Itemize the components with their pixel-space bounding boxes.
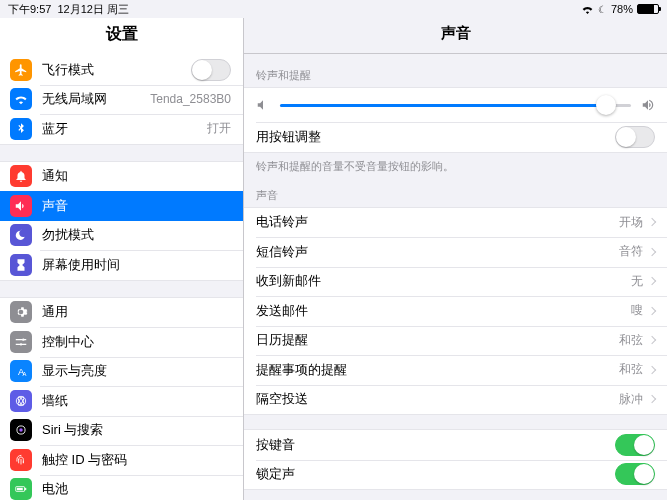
status-date: 12月12日 周三 [57,2,129,17]
svg-text:A: A [23,371,27,377]
switch-toggle[interactable] [615,434,655,456]
toggle-label: 锁定声 [256,465,615,483]
sound-value: 和弦 [619,332,643,349]
sound-row[interactable]: 短信铃声音符 [244,237,667,267]
sound-row[interactable]: 发送邮件嗖 [244,296,667,326]
sound-row[interactable]: 电话铃声开场 [244,208,667,238]
status-bar: 下午9:57 12月12日 周三 ☾ 78% [0,0,667,18]
toggles-card: 按键音锁定声 [244,429,667,490]
chevron-icon [648,218,656,226]
sidebar-item-label: 无线局域网 [42,90,150,108]
battery-icon [637,4,659,14]
siri-icon [10,419,32,441]
chevron-icon [648,277,656,285]
sidebar-item-sound[interactable]: 声音 [0,191,243,221]
change-with-buttons-label: 用按钮调整 [256,128,615,146]
sound-label: 收到新邮件 [256,272,631,290]
svg-rect-10 [25,488,26,490]
sidebar-item-label: 勿扰模式 [42,226,231,244]
svg-point-1 [20,343,22,345]
sidebar-item-wallpaper[interactable]: 墙纸 [0,386,243,416]
sounds-section-label: 声音 [244,174,667,207]
sounds-card: 电话铃声开场短信铃声音符收到新邮件无发送邮件嗖日历提醒和弦提醒事项的提醒和弦隔空… [244,207,667,416]
toggle-row[interactable]: 按键音 [244,430,667,460]
sidebar-item-value: Tenda_2583B0 [150,92,231,106]
svg-point-8 [19,429,23,433]
sound-value: 开场 [619,214,643,231]
svg-rect-11 [17,488,23,490]
sliders-icon [10,331,32,353]
moon-icon [10,224,32,246]
sidebar-item-battery[interactable]: 电池 [0,475,243,501]
sidebar-item-airplane[interactable]: 飞行模式 [0,55,243,85]
sidebar-item-label: 电池 [42,480,231,498]
sidebar-item-label: 声音 [42,197,231,215]
sound-row[interactable]: 日历提醒和弦 [244,326,667,356]
sidebar-item-siri[interactable]: Siri 与搜索 [0,416,243,446]
toggle-label: 按键音 [256,436,615,454]
moon-icon: ☾ [598,4,607,15]
sound-label: 隔空投送 [256,390,619,408]
sidebar-item-sliders[interactable]: 控制中心 [0,327,243,357]
sound-row[interactable]: 提醒事项的提醒和弦 [244,355,667,385]
sidebar-item-label: 触控 ID 与密码 [42,451,231,469]
sidebar-item-label: 蓝牙 [42,120,207,138]
sidebar-item-label: 通用 [42,303,231,321]
sidebar-item-label: 控制中心 [42,333,231,351]
chevron-icon [648,307,656,315]
toggle-row[interactable]: 锁定声 [244,460,667,490]
ringer-card: 用按钮调整 [244,87,667,153]
sidebar-item-label: 通知 [42,167,231,185]
sound-value: 无 [631,273,643,290]
chevron-icon [648,248,656,256]
switch-toggle[interactable] [615,463,655,485]
bluetooth-icon [10,118,32,140]
hourglass-icon [10,254,32,276]
airplane-toggle[interactable] [191,59,231,81]
detail-pane: 声音 铃声和提醒 用按钮调整 铃声和提醒的音量不受音量按钮的影响。 声音 电话铃… [244,18,667,500]
sound-value: 音符 [619,243,643,260]
sound-label: 提醒事项的提醒 [256,361,619,379]
sound-icon [10,195,32,217]
wallpaper-icon [10,390,32,412]
sound-label: 电话铃声 [256,213,619,231]
sidebar-item-label: 飞行模式 [42,61,191,79]
sidebar-item-label: 墙纸 [42,392,231,410]
sound-label: 发送邮件 [256,302,631,320]
sidebar-item-touchid[interactable]: 触控 ID 与密码 [0,445,243,475]
battery-pct: 78% [611,3,633,15]
chevron-icon [648,366,656,374]
sidebar-item-gear[interactable]: 通用 [0,298,243,328]
brightness-icon: AA [10,360,32,382]
sidebar-item-moon[interactable]: 勿扰模式 [0,221,243,251]
sidebar-title: 设置 [0,18,243,55]
sidebar-item-wifi[interactable]: 无线局域网Tenda_2583B0 [0,85,243,115]
volume-slider[interactable] [280,104,631,107]
ringer-section-label: 铃声和提醒 [244,54,667,87]
ringer-footnote: 铃声和提醒的音量不受音量按钮的影响。 [244,153,667,174]
sidebar-item-brightness[interactable]: AA显示与亮度 [0,357,243,387]
sidebar-item-bluetooth[interactable]: 蓝牙打开 [0,114,243,144]
wifi-icon [581,4,594,14]
sidebar-item-hourglass[interactable]: 屏幕使用时间 [0,250,243,280]
wifi-icon [10,88,32,110]
chevron-icon [648,395,656,403]
sound-row[interactable]: 隔空投送脉冲 [244,385,667,415]
status-time: 下午9:57 [8,2,51,17]
gear-icon [10,301,32,323]
sidebar-item-bell[interactable]: 通知 [0,162,243,192]
battery-icon [10,478,32,500]
sidebar-item-label: Siri 与搜索 [42,421,231,439]
bell-icon [10,165,32,187]
change-with-buttons-row[interactable]: 用按钮调整 [244,122,667,152]
airplane-icon [10,59,32,81]
svg-point-0 [22,338,24,340]
sound-row[interactable]: 收到新邮件无 [244,267,667,297]
chevron-icon [648,336,656,344]
change-with-buttons-toggle[interactable] [615,126,655,148]
sound-value: 脉冲 [619,391,643,408]
volume-high-icon [641,98,655,112]
sound-label: 日历提醒 [256,331,619,349]
sidebar-item-label: 屏幕使用时间 [42,256,231,274]
volume-slider-row[interactable] [244,88,667,122]
